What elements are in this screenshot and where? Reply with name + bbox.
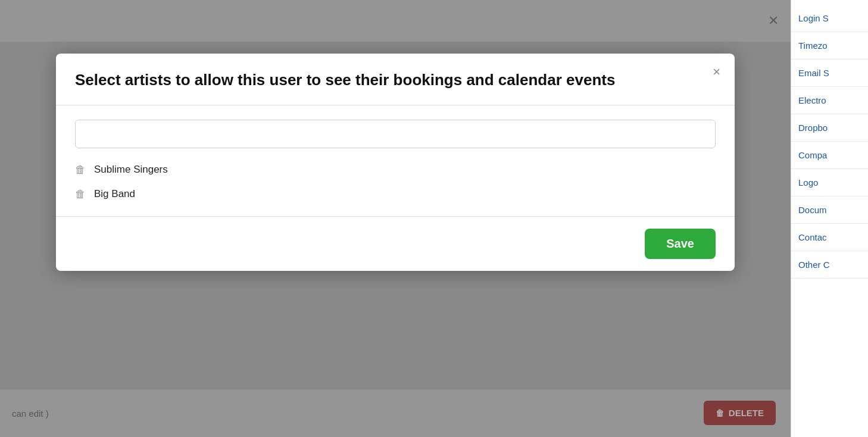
- artist-name: Sublime Singers: [94, 164, 168, 176]
- artist-name: Big Band: [94, 188, 135, 200]
- sidebar-item-timezone[interactable]: Timezo: [791, 32, 868, 60]
- list-item: 🗑 Big Band: [75, 182, 716, 207]
- save-button[interactable]: Save: [645, 229, 716, 259]
- sidebar-item-logo[interactable]: Logo: [791, 169, 868, 196]
- sidebar-item-company[interactable]: Compa: [791, 142, 868, 169]
- modal-title: Select artists to allow this user to see…: [75, 70, 716, 90]
- list-item: 🗑 Sublime Singers: [75, 158, 716, 182]
- search-input[interactable]: [75, 120, 716, 148]
- modal-footer: Save: [56, 217, 735, 271]
- sidebar-item-electronic[interactable]: Electro: [791, 87, 868, 114]
- delete-artist-icon[interactable]: 🗑: [75, 164, 86, 176]
- sidebar-item-email[interactable]: Email S: [791, 60, 868, 87]
- modal-dialog: × Select artists to allow this user to s…: [56, 54, 735, 271]
- right-sidebar: Login S Timezo Email S Electro Dropbo Co…: [791, 0, 868, 437]
- delete-artist-icon[interactable]: 🗑: [75, 188, 86, 201]
- sidebar-item-other[interactable]: Other C: [791, 251, 868, 279]
- sidebar-item-dropbox[interactable]: Dropbo: [791, 114, 868, 142]
- modal-body: 🗑 Sublime Singers 🗑 Big Band: [56, 105, 735, 217]
- modal-header: Select artists to allow this user to see…: [56, 54, 735, 105]
- sidebar-item-login[interactable]: Login S: [791, 5, 868, 32]
- modal-close-button[interactable]: ×: [710, 63, 723, 81]
- sidebar-item-contact[interactable]: Contac: [791, 224, 868, 251]
- modal-backdrop: × Select artists to allow this user to s…: [0, 0, 791, 437]
- sidebar-item-documents[interactable]: Docum: [791, 196, 868, 224]
- artist-list: 🗑 Sublime Singers 🗑 Big Band: [75, 158, 716, 207]
